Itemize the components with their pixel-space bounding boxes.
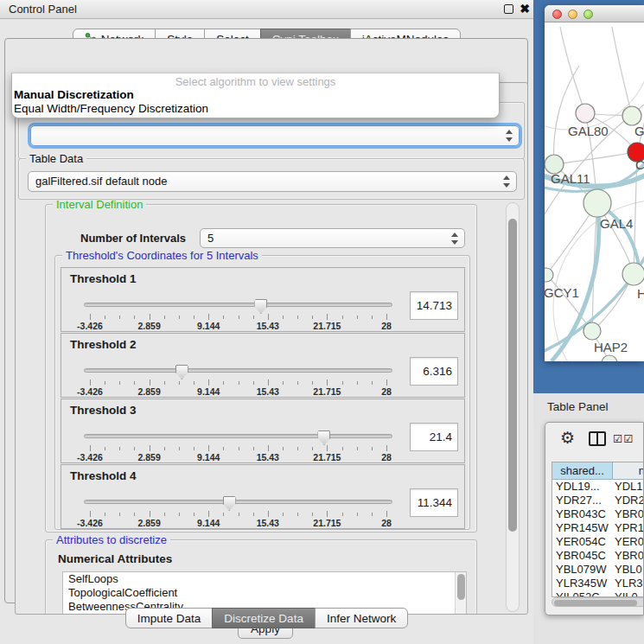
slider-tick	[283, 447, 284, 450]
table-row[interactable]: YDL19...YDL1	[552, 480, 644, 494]
table-data-value: galFiltered.sif default node	[35, 175, 167, 188]
combo-stepper-icon	[502, 175, 510, 188]
mac-close-icon[interactable]	[552, 10, 562, 19]
table-row[interactable]: YLR345WYLR3	[552, 577, 644, 590]
slider-thumb[interactable]	[254, 299, 267, 314]
node-gal4[interactable]	[583, 189, 611, 217]
threshold-label: Threshold 1	[70, 272, 137, 285]
cell-name[interactable]: YBL0	[613, 563, 644, 577]
tab-discretize-data[interactable]: Discretize Data	[212, 608, 316, 628]
slider-tick	[208, 379, 209, 386]
cell-shared-name[interactable]: YBL079W	[552, 563, 613, 577]
cell-name[interactable]: YER0	[613, 535, 644, 549]
column-layout-icon[interactable]	[589, 431, 606, 446]
cell-name[interactable]: YDL1	[613, 480, 644, 494]
axis-tick-label: 21.715	[313, 386, 341, 397]
slider-tick	[239, 316, 239, 319]
checkbox-columns-icon[interactable]: ☑☑	[613, 432, 634, 445]
main-vertical-scrollbar[interactable]	[506, 202, 520, 612]
threshold-slider[interactable]	[84, 299, 392, 313]
table-horizontal-scrollbar[interactable]	[552, 597, 644, 607]
attribute-list-item[interactable]: SelfLoops	[63, 572, 466, 586]
cell-shared-name[interactable]: YLR345W	[552, 577, 613, 590]
attribute-list-item[interactable]: TopologicalCoefficient	[63, 586, 466, 600]
numerical-attributes-label: Numerical Attributes	[58, 552, 172, 565]
cell-name[interactable]: YBR0	[613, 507, 644, 521]
slider-track[interactable]	[84, 434, 392, 438]
float-window-icon[interactable]	[504, 4, 513, 14]
label-gcy1: GCY1	[545, 285, 579, 300]
slider-track[interactable]	[84, 368, 392, 373]
cell-name[interactable]: YDR2	[613, 494, 644, 507]
close-icon[interactable]: ✖	[520, 2, 530, 16]
slider-track[interactable]	[84, 303, 392, 307]
cell-shared-name[interactable]: YER054C	[552, 535, 613, 549]
slider-thumb[interactable]	[175, 365, 188, 379]
threshold-slider[interactable]	[84, 496, 392, 510]
threshold-value-field[interactable]: 6.316	[410, 357, 458, 386]
number-of-intervals-value: 5	[207, 232, 214, 245]
node-hap2[interactable]	[583, 322, 601, 340]
node-his[interactable]	[622, 263, 644, 285]
slider-thumb[interactable]	[223, 496, 236, 511]
network-nodes[interactable]	[545, 104, 644, 361]
threshold-value-field[interactable]: 14.713	[410, 291, 458, 320]
slider-tick	[312, 447, 313, 450]
table-row[interactable]: YBR045CYBR0	[552, 549, 644, 563]
cell-name[interactable]: YBR0	[613, 549, 644, 563]
mac-zoom-icon[interactable]	[583, 10, 593, 19]
popup-option-manual[interactable]: Manual Discretization	[12, 88, 499, 102]
popup-option-equal-width[interactable]: Equal Width/Frequency Discretization	[12, 102, 499, 116]
slider-thumb[interactable]	[317, 430, 330, 445]
column-header-shared-name[interactable]: shared...	[552, 462, 613, 479]
cell-shared-name[interactable]: YIL052C	[552, 590, 613, 597]
tab-impute-data-label: Impute Data	[137, 612, 201, 625]
threshold-slider[interactable]	[84, 430, 392, 444]
slider-tick	[386, 379, 387, 386]
table-row[interactable]: YER054CYER0	[552, 535, 644, 549]
node-gcy1[interactable]	[545, 268, 553, 282]
cell-shared-name[interactable]: YPR145W	[552, 521, 613, 535]
table-row[interactable]: YIL052CYIL0	[552, 590, 644, 597]
mac-minimize-icon[interactable]	[568, 10, 577, 19]
algorithm-combobox[interactable]	[30, 125, 520, 146]
node-partial-right[interactable]	[622, 106, 641, 125]
threshold-slider[interactable]	[84, 365, 392, 379]
slider-ticks	[90, 511, 386, 518]
cell-name[interactable]: YLR3	[613, 577, 644, 590]
scrollbar-thumb[interactable]	[554, 600, 637, 606]
column-header-name[interactable]: n	[613, 462, 644, 479]
cell-shared-name[interactable]: YDL19...	[552, 480, 613, 494]
number-of-intervals-combobox[interactable]: 5	[200, 228, 465, 248]
network-canvas[interactable]: GAL80 G C GAL11 GAL4 GCY1 H HAP2	[545, 22, 644, 361]
node-gal80[interactable]	[576, 104, 595, 123]
slider-tick	[105, 513, 105, 516]
node-table[interactable]: shared... n YDL19...YDL1YDR27...YDR2YBR0…	[552, 462, 644, 597]
threshold-value-field[interactable]: 11.344	[410, 488, 458, 517]
gear-icon[interactable]: ⚙	[560, 430, 575, 447]
tab-infer-network[interactable]: Infer Network	[315, 608, 408, 628]
table-row[interactable]: YBL079WYBL0	[552, 563, 644, 577]
label-partial-g: G	[634, 124, 644, 138]
slider-tick	[386, 445, 387, 451]
table-row[interactable]: YPR145WYPR1	[552, 521, 644, 535]
table-row[interactable]: YDR27...YDR2	[552, 494, 644, 507]
cell-shared-name[interactable]: YBR043C	[552, 507, 613, 521]
table-row[interactable]: YBR043CYBR0	[552, 507, 644, 521]
cell-name[interactable]: YPR1	[613, 521, 644, 535]
axis-tick-label: 28	[381, 386, 392, 397]
slider-tick	[268, 314, 269, 320]
cell-shared-name[interactable]: YBR045C	[552, 549, 613, 563]
cell-shared-name[interactable]: YDR27...	[552, 494, 613, 507]
slider-track[interactable]	[84, 500, 392, 504]
tab-impute-data[interactable]: Impute Data	[125, 608, 214, 628]
node-bottom-partial[interactable]	[602, 355, 617, 361]
axis-tick-label: 2.859	[137, 386, 160, 397]
scrollbar-thumb[interactable]	[457, 574, 465, 600]
scrollbar-thumb[interactable]	[508, 219, 517, 532]
table-data-combobox[interactable]: galFiltered.sif default node	[28, 171, 517, 192]
control-panel: Control Panel ✖ Network Style Select Cyn…	[0, 0, 533, 644]
cell-name[interactable]: YIL0	[613, 590, 644, 597]
slider-tick	[179, 447, 180, 450]
threshold-value-field[interactable]: 21.4	[410, 423, 458, 451]
